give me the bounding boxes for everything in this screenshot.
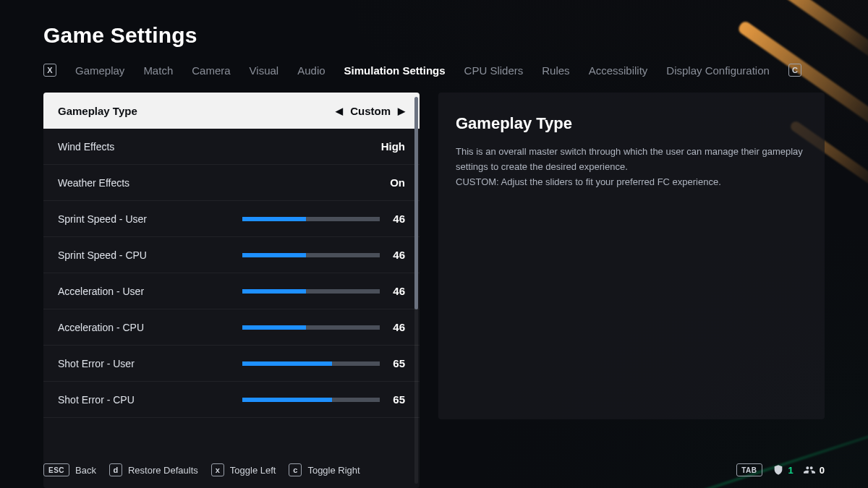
- keycap: c: [289, 463, 302, 476]
- page-title: Game Settings: [43, 23, 825, 48]
- footer-hint-label: Toggle Right: [307, 465, 359, 476]
- footer-hint-label: Toggle Left: [230, 465, 276, 476]
- keycap: x: [211, 463, 224, 476]
- footer-bar: ESCBackdRestore DefaultsxToggle LeftcTog…: [0, 452, 868, 488]
- tab-visual[interactable]: Visual: [250, 64, 279, 77]
- setting-row-sprint-speed-cpu[interactable]: Sprint Speed - CPU46: [43, 237, 420, 273]
- slider-fill: [242, 325, 305, 330]
- tab-audio[interactable]: Audio: [297, 64, 325, 77]
- slider-track[interactable]: [242, 325, 380, 330]
- tab-camera[interactable]: Camera: [192, 64, 230, 77]
- tabs-bar: X GameplayMatchCameraVisualAudioSimulati…: [43, 64, 825, 77]
- setting-label: Acceleration - User: [58, 286, 144, 297]
- tab-cpu-sliders[interactable]: CPU Sliders: [464, 64, 524, 77]
- footer-count-b: 0: [820, 465, 825, 476]
- detail-text-1: This is an overall master switch through…: [456, 145, 803, 175]
- slider-fill: [242, 217, 305, 221]
- footer-count-a: 1: [788, 465, 793, 476]
- slider-track[interactable]: [242, 289, 380, 294]
- slider-track[interactable]: [242, 253, 380, 257]
- scrollbar-thumb[interactable]: [414, 97, 418, 309]
- setting-row-weather-effects[interactable]: Weather EffectsOn: [43, 165, 420, 201]
- setting-row-gameplay-type[interactable]: Gameplay Type◀Custom▶: [43, 93, 420, 129]
- setting-value: 46: [393, 285, 405, 297]
- tab-display-configuration[interactable]: Display Configuration: [666, 64, 770, 77]
- setting-value: 46: [393, 213, 405, 225]
- setting-row-sprint-speed-user[interactable]: Sprint Speed - User46: [43, 201, 420, 237]
- footer-hint-label: Restore Defaults: [128, 465, 198, 476]
- setting-label: Weather Effects: [58, 177, 129, 189]
- footer-hint-back[interactable]: ESCBack: [43, 463, 96, 476]
- settings-panel: Gameplay Type◀Custom▶Wind EffectsHighWea…: [43, 93, 420, 488]
- setting-label: Shot Error - User: [58, 358, 135, 369]
- setting-value: 46: [393, 321, 405, 333]
- setting-value: On: [390, 176, 405, 189]
- setting-value: 65: [393, 393, 405, 406]
- setting-label: Shot Error - CPU: [58, 394, 135, 406]
- setting-value: 65: [393, 357, 405, 369]
- setting-row-shot-error-user[interactable]: Shot Error - User65: [43, 346, 420, 382]
- setting-row-wind-effects[interactable]: Wind EffectsHigh: [43, 129, 420, 165]
- setting-row-acceleration-cpu[interactable]: Acceleration - CPU46: [43, 309, 420, 346]
- slider-fill: [242, 253, 305, 257]
- people-icon: [804, 464, 815, 476]
- tab-accessibility[interactable]: Accessibility: [589, 64, 648, 77]
- setting-value: High: [381, 140, 405, 153]
- tab-gameplay[interactable]: Gameplay: [75, 64, 124, 77]
- detail-text-2: CUSTOM: Adjust the sliders to fit your p…: [456, 175, 803, 190]
- tabs-next-key[interactable]: C: [788, 64, 801, 77]
- keycap: d: [109, 463, 122, 476]
- footer-hint-restore-defaults[interactable]: dRestore Defaults: [109, 463, 198, 476]
- setting-row-shot-error-cpu[interactable]: Shot Error - CPU65: [43, 382, 420, 418]
- cycle-right-icon[interactable]: ▶: [398, 106, 405, 116]
- tab-simulation-settings[interactable]: Simulation Settings: [344, 64, 446, 77]
- setting-value: 46: [393, 249, 405, 261]
- footer-tab-key[interactable]: TAB: [736, 463, 762, 476]
- setting-label: Sprint Speed - CPU: [58, 249, 147, 261]
- footer-hint-label: Back: [75, 465, 96, 476]
- footer-hint-toggle-right[interactable]: cToggle Right: [289, 463, 359, 476]
- setting-value: ◀Custom▶: [336, 105, 405, 117]
- slider-track[interactable]: [242, 361, 380, 366]
- setting-label: Sprint Speed - User: [58, 213, 147, 225]
- settings-scrollbar[interactable]: [414, 97, 418, 484]
- detail-panel: Gameplay Type This is an overall master …: [438, 93, 825, 419]
- tab-rules[interactable]: Rules: [542, 64, 569, 77]
- slider-track[interactable]: [242, 398, 380, 402]
- tabs-prev-key[interactable]: X: [43, 64, 56, 77]
- setting-label: Wind Effects: [58, 141, 114, 153]
- setting-label: Gameplay Type: [58, 105, 137, 117]
- slider-fill: [242, 289, 305, 294]
- slider-fill: [242, 398, 332, 402]
- cycle-left-icon[interactable]: ◀: [336, 106, 343, 116]
- keycap: ESC: [43, 463, 69, 476]
- setting-row-acceleration-user[interactable]: Acceleration - User46: [43, 273, 420, 309]
- detail-heading: Gameplay Type: [456, 114, 807, 133]
- shield-icon: [773, 464, 784, 476]
- setting-label: Acceleration - CPU: [58, 322, 144, 333]
- tab-match[interactable]: Match: [143, 64, 173, 77]
- slider-track[interactable]: [242, 217, 380, 221]
- slider-fill: [242, 361, 332, 366]
- footer-hint-toggle-left[interactable]: xToggle Left: [211, 463, 276, 476]
